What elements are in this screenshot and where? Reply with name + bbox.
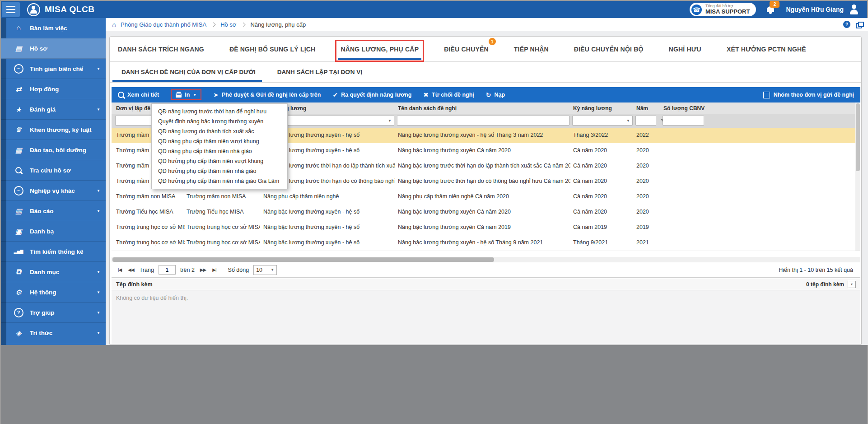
print-menu-item-1[interactable]: Quyết định nâng bậc lương thường xuyên [152, 116, 287, 126]
tab-0[interactable]: DANH SÁCH TRÍCH NGANG [118, 37, 204, 61]
notification-badge: 2 [770, 1, 779, 8]
chevron-down-icon: ▼ [97, 209, 100, 213]
decide-raise-button[interactable]: ✔Ra quyết định nâng lương [332, 91, 411, 98]
sidebar-item-10[interactable]: ▣Danh bạ [1, 221, 106, 242]
tab-4[interactable]: TIẾP NHẬN [514, 37, 549, 61]
print-menu-item-6[interactable]: QĐ hưởng phụ cấp thâm niên nhà giáo [152, 166, 287, 176]
tab-6[interactable]: NGHỈ HƯU [669, 37, 701, 61]
table-cell: Nâng bậc lương trước thời hạn do lập thà… [398, 163, 570, 169]
group-by-unit-checkbox[interactable]: Nhóm theo đơn vị gửi đề nghị [763, 92, 860, 98]
sidebar-item-label: Hệ thống [30, 289, 56, 296]
approve-send-button[interactable]: ➤Phê duyệt & Gửi đề nghị lên cấp trên [213, 91, 321, 98]
page-number-input[interactable] [159, 265, 176, 275]
tab-2[interactable]: NÂNG LƯƠNG, PHỤ CẤP [341, 37, 419, 61]
sidebar-item-3[interactable]: ⇄Hợp đồng [1, 79, 106, 99]
hamburger-menu-button[interactable] [2, 2, 20, 17]
x-icon: ✖ [423, 91, 429, 98]
breadcrumb-link-unit[interactable]: Phòng Giáo dục thành phố MISA [121, 21, 206, 28]
sidebar-item-label: Tinh giản biên chế [30, 65, 83, 72]
chevron-down-icon: ▼ [193, 93, 196, 97]
table-cell: Tháng 9/2021 [573, 239, 634, 246]
sidebar-item-6[interactable]: ▦Đào tạo, bồi dưỡng [1, 140, 106, 160]
toolbar-button-label: Phê duyệt & Gửi đề nghị lên cấp trên [222, 92, 321, 98]
tab-1[interactable]: ĐỀ NGHỊ BỔ SUNG LÝ LỊCH [229, 37, 316, 61]
chevron-down-icon: ▼ [97, 290, 100, 294]
home-icon[interactable]: ⌂ [112, 21, 116, 28]
notifications-button[interactable]: 2 [765, 4, 777, 15]
sidebar-item-13[interactable]: ⚙Hệ thống▼ [1, 282, 106, 303]
sidebar-item-11[interactable]: ▂▅▇Tìm kiếm thống kê [1, 242, 106, 262]
user-menu[interactable]: Nguyễn Hữu Giang [786, 4, 860, 15]
support-pill[interactable]: ☎ Tổng đài hỗ trợ MISA SUPPORT [690, 3, 756, 16]
view-detail-button[interactable]: Xem chi tiết [118, 92, 159, 98]
table-cell: 2020 [636, 163, 657, 169]
sidebar-item-0[interactable]: ⌂Bàn làm việc [1, 18, 106, 38]
pagination-bar: |◀ ◀◀ Trang trên 2 ▶▶ ▶| Số dòng 10▼ Hiể… [112, 262, 860, 278]
breadcrumb-current: Nâng lương, phụ cấp [250, 21, 306, 28]
column-filter-input-5[interactable] [635, 116, 656, 126]
rows-per-page-select[interactable]: 10▼ [253, 265, 277, 275]
column-header-3: Tên danh sách đề nghị [398, 105, 570, 112]
first-page-button[interactable]: |◀ [117, 266, 122, 273]
sidebar-item-label: Bàn làm việc [30, 25, 67, 32]
sidebar-item-5[interactable]: ♛Khen thưởng, kỷ luật [1, 120, 106, 140]
table-cell: 2020 [636, 147, 657, 154]
feedback-icon[interactable] [856, 22, 863, 27]
table-cell: Nâng bậc lương thường xuyên - hệ số Thán… [398, 132, 570, 138]
subtab-1[interactable]: DANH SÁCH LẬP TẠI ĐƠN VỊ [277, 62, 362, 82]
sidebar-item-label: Hợp đồng [30, 86, 59, 93]
tab-badge: 1 [489, 38, 496, 45]
subtab-0[interactable]: DANH SÁCH ĐỀ NGHỊ CỦA ĐƠN VỊ CẤP DƯỚI [121, 62, 256, 82]
content-card: DANH SÁCH TRÍCH NGANGĐỀ NGHỊ BỔ SUNG LÝ … [109, 36, 862, 345]
sidebar-item-label: Báo cáo [30, 208, 54, 214]
table-row[interactable]: Trường trung học cơ sở MISATrường trung … [112, 220, 860, 236]
prev-page-button[interactable]: ◀◀ [127, 266, 135, 273]
table-row[interactable]: Trường mầm non MISATrường mầm non MISANâ… [112, 189, 860, 205]
sidebar-item-14[interactable]: ?Trợ giúp▼ [1, 303, 106, 323]
tab-7[interactable]: XÉT HƯỞNG PCTN NGHỀ [727, 37, 806, 61]
print-button[interactable]: In▼ [171, 89, 201, 100]
sidebar-item-15[interactable]: ◈Tri thức▼ [1, 323, 106, 343]
help-icon[interactable]: ? [843, 21, 850, 28]
sidebar-item-4[interactable]: ★Đánh giá▼ [1, 99, 106, 120]
print-menu-item-5[interactable]: QĐ hưởng phụ cấp thâm niên vượt khung [152, 156, 287, 166]
table-row[interactable]: Trường trung học cơ sở MISATrường trung … [112, 235, 860, 251]
sidebar-item-label: Nghiệp vụ khác [30, 187, 75, 194]
attachments-body: Không có dữ liệu để hiển thị. [112, 290, 860, 344]
vertical-scrollbar[interactable] [855, 103, 860, 251]
print-menu-item-7[interactable]: QĐ hưởng phụ cấp thâm niên nhà giáo Gia … [152, 176, 287, 186]
sidebar-item-8[interactable]: ···Nghiệp vụ khác▼ [1, 181, 106, 201]
breadcrumb-link-hoso[interactable]: Hồ sơ [220, 21, 236, 28]
sidebar-item-label: Tìm kiếm thống kê [30, 248, 84, 255]
print-menu-item-2[interactable]: QĐ nâng lương do thành tích xuất sắc [152, 126, 287, 136]
stats-icon: ▂▅▇ [14, 249, 23, 254]
column-filter-select-4[interactable]: ▼ [572, 116, 633, 126]
next-page-button[interactable]: ▶▶ [199, 266, 207, 273]
tab-label: ĐỀ NGHỊ BỔ SUNG LÝ LỊCH [229, 46, 316, 53]
print-icon [176, 93, 182, 98]
horizontal-scrollbar[interactable] [112, 257, 860, 262]
sidebar-item-7[interactable]: Tra cứu hồ sơ [1, 160, 106, 181]
collapse-icon[interactable]: ▼ [848, 281, 856, 288]
sidebar-item-2[interactable]: ···Tinh giản biên chế▼ [1, 59, 106, 79]
column-header-6: Số lượng CBNV [663, 105, 705, 112]
sidebar-item-1[interactable]: ▤Hồ sơ [1, 38, 106, 59]
print-menu-item-0[interactable]: QĐ nâng lương trước thời hạn để nghỉ hưu [152, 107, 287, 116]
sidebar-item-12[interactable]: ⧉Danh mục▼ [1, 262, 106, 282]
table-cell: Trường trung học cơ sở MISA [187, 224, 260, 230]
sidebar-item-label: Danh mục [30, 269, 59, 275]
contract-icon: ⇄ [15, 85, 21, 93]
column-filter-input-6[interactable] [663, 116, 704, 126]
sidebar-item-9[interactable]: ▥Báo cáo▼ [1, 201, 106, 221]
last-page-button[interactable]: ▶| [211, 266, 217, 273]
reject-button[interactable]: ✖Từ chối đề nghị [423, 91, 474, 98]
table-row[interactable]: Trường Tiểu học MISATrường Tiểu học MISA… [112, 205, 860, 220]
sidebar: ⌂Bàn làm việc▤Hồ sơ···Tinh giản biên chế… [1, 18, 106, 345]
print-menu-item-3[interactable]: QĐ nâng phụ cấp thâm niên vượt khung [152, 136, 287, 146]
tab-5[interactable]: ĐIỀU CHUYỂN NỘI BỘ [574, 37, 644, 61]
print-menu-item-4[interactable]: QĐ nâng phụ cấp thâm niên nhà giáo [152, 146, 287, 156]
sidebar-item-label: Đánh giá [30, 106, 56, 113]
reload-button[interactable]: ↻Nạp [486, 91, 505, 98]
tab-3[interactable]: ĐIỀU CHUYỂN1 [444, 37, 489, 61]
column-filter-input-3[interactable] [397, 116, 569, 126]
